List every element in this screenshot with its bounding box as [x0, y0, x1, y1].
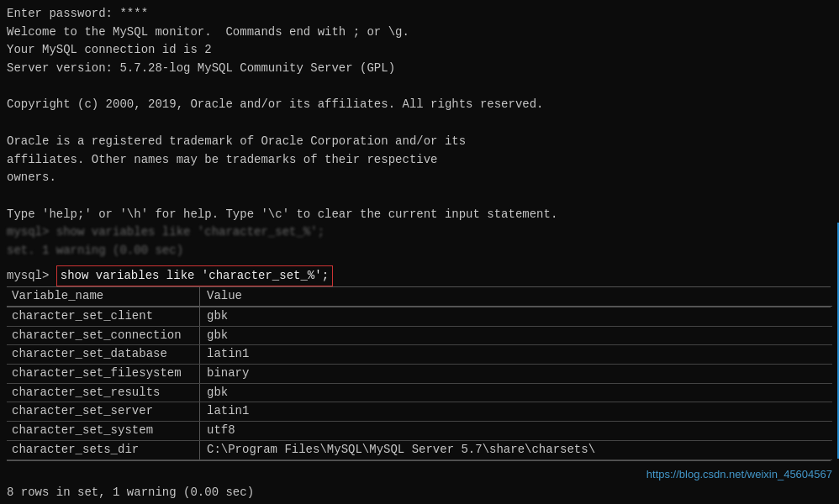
- line-copyright: Copyright (c) 2000, 2019, Oracle and/or …: [7, 96, 832, 114]
- table-row: character_set_client gbk: [7, 307, 832, 327]
- table-row: character_set_connection gbk: [7, 327, 832, 346]
- dim-line-2: set. 1 warning (0.00 sec): [7, 242, 832, 260]
- table-row: character_set_server latin1: [7, 402, 832, 422]
- line-enter-password: Enter password: ****: [7, 5, 832, 24]
- prompt-line: mysql> show variables like 'character_se…: [7, 265, 832, 287]
- table-row: character_set_results gbk: [7, 384, 832, 403]
- footer-result-line: 8 rows in set, 1 warning (0.00 sec): [7, 486, 254, 499]
- line-oracle3: owners.: [7, 169, 832, 187]
- table-row: character_sets_dir C:\Program Files\MySQ…: [7, 441, 832, 460]
- line-oracle2: affiliates. Other names may be trademark…: [7, 151, 832, 170]
- csdn-link[interactable]: https://blog.csdn.net/weixin_45604567: [646, 468, 832, 480]
- line-blank1: [7, 78, 832, 97]
- line-blank3: [7, 187, 832, 206]
- dim-line-1: mysql> show variables like 'character_se…: [7, 223, 832, 242]
- prompt-text: mysql>: [7, 267, 56, 286]
- table-row: character_set_system utf8: [7, 422, 832, 441]
- line-connection-id: Your MySQL connection id is 2: [7, 41, 832, 60]
- col-header-name: Variable_name: [7, 287, 200, 306]
- line-oracle1: Oracle is a registered trademark of Orac…: [7, 133, 832, 151]
- command-input[interactable]: show variables like 'character_set_%';: [56, 265, 333, 287]
- table-header-row: Variable_name Value: [7, 287, 832, 307]
- col-header-value: Value: [200, 287, 249, 306]
- table-row: character_set_filesystem binary: [7, 365, 832, 384]
- terminal-window: Enter password: **** Welcome to the MySQ…: [0, 0, 839, 504]
- table-row: character_set_database latin1: [7, 345, 832, 365]
- line-help: Type 'help;' or '\h' for help. Type '\c'…: [7, 206, 832, 224]
- results-table: Variable_name Value character_set_client…: [7, 286, 832, 460]
- line-welcome: Welcome to the MySQL monitor. Commands e…: [7, 24, 832, 42]
- line-server-version: Server version: 5.7.28-log MySQL Communi…: [7, 60, 832, 78]
- line-blank2: [7, 114, 832, 133]
- table-bottom-border: [7, 460, 831, 461]
